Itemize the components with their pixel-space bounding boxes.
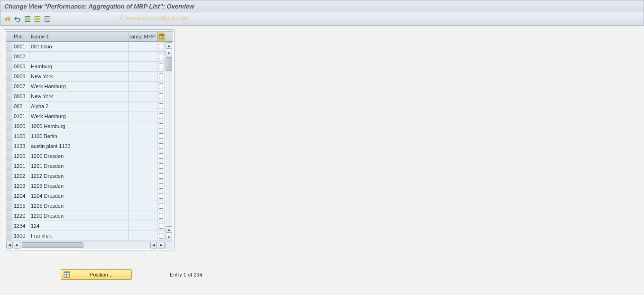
cell-name1[interactable]: Werk Hamburg (29, 82, 129, 91)
transp-mrp-checkbox[interactable] (159, 233, 163, 239)
transp-mrp-checkbox[interactable] (159, 113, 163, 119)
cell-name1[interactable]: New York (29, 72, 129, 81)
cell-plnt[interactable]: 0007 (12, 82, 29, 91)
cell-plnt[interactable]: 0006 (12, 72, 29, 81)
transp-mrp-checkbox[interactable] (159, 74, 163, 79)
transp-mrp-checkbox[interactable] (159, 203, 163, 209)
row-selector[interactable] (6, 92, 12, 101)
row-selector[interactable] (6, 62, 12, 71)
cell-plnt[interactable]: 1202 (12, 171, 29, 181)
header-name1[interactable]: Name 1 (29, 32, 129, 41)
cell-name1[interactable] (29, 52, 129, 61)
cell-name1[interactable]: 1205 Dresden (29, 201, 129, 211)
cell-plnt[interactable]: 0008 (12, 92, 29, 101)
row-selector[interactable] (6, 151, 12, 161)
row-selector[interactable] (6, 101, 12, 111)
cell-name1[interactable]: 1200 Dresden (29, 211, 129, 221)
cell-name1[interactable]: Alpha 2 (29, 101, 129, 111)
row-selector[interactable] (6, 201, 12, 211)
row-selector[interactable] (6, 211, 12, 221)
deselect-all-button[interactable] (43, 15, 52, 23)
cell-plnt[interactable]: 1201 (12, 161, 29, 171)
cell-plnt[interactable]: 002 (12, 101, 29, 111)
hscroll-left-fixed-button[interactable]: ◀ (6, 242, 13, 249)
cell-name1[interactable]: 1204 Dresden (29, 191, 129, 201)
cell-plnt[interactable]: 0002 (12, 52, 29, 61)
cell-plnt[interactable]: 0101 (12, 111, 29, 121)
row-selector[interactable] (6, 221, 12, 230)
cell-name1[interactable]: 1200 Dresden (29, 151, 129, 161)
cell-plnt[interactable]: 1205 (12, 201, 29, 211)
cell-name1[interactable]: 1100 Berlin (29, 131, 129, 141)
row-selector[interactable] (6, 141, 12, 151)
cell-name1[interactable]: 1202 Dresden (29, 171, 129, 181)
vscroll-track[interactable] (166, 57, 172, 226)
row-selector[interactable] (6, 231, 12, 240)
cell-plnt[interactable]: 1220 (12, 211, 29, 221)
transp-mrp-checkbox[interactable] (159, 44, 163, 49)
row-selector[interactable] (6, 72, 12, 81)
cell-name1[interactable]: Hamburg (29, 62, 129, 71)
hscroll-left-button[interactable]: ◀ (150, 242, 157, 249)
transp-mrp-checkbox[interactable] (159, 123, 163, 129)
hscroll-right-button[interactable]: ▶ (158, 242, 165, 249)
cell-plnt[interactable]: 0001 (12, 42, 29, 51)
row-selector[interactable] (6, 171, 12, 181)
transp-mrp-checkbox[interactable] (159, 64, 163, 69)
row-selector[interactable] (6, 161, 12, 171)
vscroll-down-button[interactable]: ▼ (166, 234, 172, 240)
transp-mrp-checkbox[interactable] (159, 133, 163, 139)
transp-mrp-checkbox[interactable] (159, 143, 163, 149)
header-transp-mrp[interactable]: Transp MRP (129, 32, 157, 41)
cell-name1[interactable]: austin plant 1133 (29, 141, 129, 151)
select-block-button[interactable] (33, 15, 42, 23)
cell-plnt[interactable]: 1000 (12, 121, 29, 131)
row-selector[interactable] (6, 191, 12, 201)
vscroll-up-button[interactable]: ▲ (166, 42, 172, 49)
hscroll-track[interactable] (22, 242, 149, 248)
transp-mrp-checkbox[interactable] (159, 83, 163, 89)
header-selector-column[interactable] (6, 32, 12, 41)
transp-mrp-checkbox[interactable] (159, 54, 163, 59)
other-view-button[interactable] (13, 15, 22, 23)
vscroll-up-page-button[interactable]: ▲ (166, 226, 172, 233)
cell-plnt[interactable]: 1133 (12, 141, 29, 151)
cell-plnt[interactable]: 1204 (12, 191, 29, 201)
transp-mrp-checkbox[interactable] (159, 93, 163, 99)
header-plnt[interactable]: Plnt (12, 32, 29, 41)
transp-mrp-checkbox[interactable] (159, 183, 163, 189)
transp-mrp-checkbox[interactable] (159, 213, 163, 219)
transp-mrp-checkbox[interactable] (159, 163, 163, 169)
cell-name1[interactable]: 1000 Hamburg (29, 121, 129, 131)
cell-name1[interactable]: 1203 Dresden (29, 181, 129, 191)
transp-mrp-checkbox[interactable] (159, 173, 163, 179)
cell-name1[interactable]: 124 (29, 221, 129, 230)
cell-plnt[interactable]: 1203 (12, 181, 29, 191)
hscroll-right-fixed-button[interactable]: ▶ (14, 242, 20, 249)
row-selector[interactable] (6, 131, 12, 141)
select-all-button[interactable] (23, 15, 32, 23)
row-selector[interactable] (6, 82, 12, 91)
position-button[interactable]: Position... (61, 269, 132, 280)
vscroll-down-page-button[interactable]: ▼ (166, 50, 172, 56)
transp-mrp-checkbox[interactable] (159, 223, 163, 229)
vscroll-thumb[interactable] (166, 57, 172, 71)
row-selector[interactable] (6, 111, 12, 121)
cell-name1[interactable]: 001 tokio (29, 42, 129, 51)
cell-name1[interactable]: Frankfurt (29, 231, 129, 240)
hscroll-thumb[interactable] (22, 242, 83, 248)
cell-plnt[interactable]: 1234 (12, 221, 29, 230)
cell-name1[interactable]: 1201 Dresden (29, 161, 129, 171)
table-settings-button[interactable] (157, 32, 165, 41)
transp-mrp-checkbox[interactable] (159, 103, 163, 109)
row-selector[interactable] (6, 42, 12, 51)
cell-name1[interactable]: New York (29, 92, 129, 101)
transp-mrp-checkbox[interactable] (159, 153, 163, 159)
row-selector[interactable] (6, 52, 12, 61)
cell-plnt[interactable]: 0005 (12, 62, 29, 71)
cell-plnt[interactable]: 1100 (12, 131, 29, 141)
cell-plnt[interactable]: 1300 (12, 231, 29, 240)
toggle-display-change-button[interactable] (3, 15, 12, 23)
cell-name1[interactable]: Werk Hamburg (29, 111, 129, 121)
transp-mrp-checkbox[interactable] (159, 193, 163, 199)
